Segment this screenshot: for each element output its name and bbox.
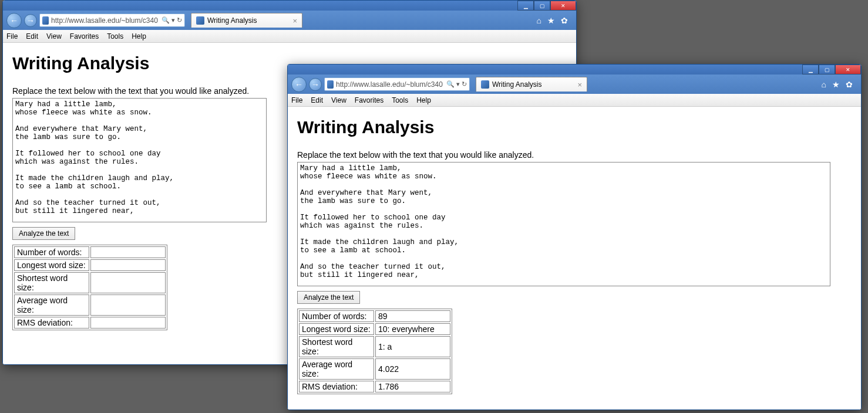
- menu-tools[interactable]: Tools: [107, 32, 123, 40]
- analyze-button[interactable]: Analyze the text: [297, 291, 360, 304]
- menu-file[interactable]: File: [6, 32, 18, 40]
- maximize-button[interactable]: ▢: [534, 1, 550, 11]
- settings-icon[interactable]: ✿: [561, 16, 568, 25]
- nav-toolbar: ← → 🔍 ▾ ↻ Writing Analysis × ⌂ ★ ✿: [288, 75, 861, 94]
- row-label: Longest word size:: [299, 323, 374, 335]
- row-value: 1: a: [375, 336, 450, 357]
- page-title: Writing Analysis: [297, 117, 852, 137]
- tab-title: Writing Analysis: [492, 80, 574, 89]
- row-label: RMS deviation:: [299, 381, 374, 392]
- table-row: Number of words:89: [299, 310, 450, 322]
- back-button[interactable]: ←: [291, 77, 307, 92]
- search-icon[interactable]: 🔍: [446, 80, 455, 88]
- favorites-icon[interactable]: ★: [547, 16, 555, 25]
- tab-favicon-icon: [196, 16, 204, 25]
- menu-bar: File Edit View Favorites Tools Help: [288, 94, 861, 107]
- forward-button[interactable]: →: [309, 78, 322, 91]
- row-label: Average word size:: [14, 294, 89, 316]
- row-value: 89: [375, 310, 450, 322]
- forward-button[interactable]: →: [24, 14, 37, 27]
- menu-file[interactable]: File: [291, 96, 302, 104]
- analysis-textarea[interactable]: [297, 162, 830, 286]
- analysis-textarea[interactable]: [12, 98, 267, 222]
- row-value: 4.022: [375, 358, 450, 380]
- menu-favorites[interactable]: Favorites: [355, 96, 383, 104]
- row-value: [90, 294, 166, 316]
- row-label: RMS deviation:: [14, 317, 89, 329]
- row-label: Shortest word size:: [14, 272, 89, 293]
- home-icon[interactable]: ⌂: [822, 80, 826, 89]
- row-value: [90, 272, 166, 293]
- table-row: Longest word size:10: everywhere: [299, 323, 450, 335]
- dropdown-icon[interactable]: ▾: [171, 16, 175, 24]
- row-value: 10: everywhere: [375, 323, 450, 335]
- address-bar[interactable]: 🔍 ▾ ↻: [39, 13, 185, 27]
- close-button[interactable]: ✕: [550, 1, 576, 11]
- tab-title: Writing Analysis: [207, 16, 290, 25]
- row-value: 1.786: [375, 381, 450, 392]
- refresh-icon[interactable]: ↻: [177, 16, 182, 24]
- refresh-icon[interactable]: ↻: [462, 80, 467, 88]
- browser-tab[interactable]: Writing Analysis ×: [191, 13, 302, 28]
- results-table: Number of words: Longest word size: Shor…: [12, 245, 167, 330]
- menu-favorites[interactable]: Favorites: [70, 32, 99, 40]
- table-row: Longest word size:: [14, 259, 166, 271]
- row-label: Number of words:: [299, 310, 374, 322]
- table-row: Number of words:: [14, 246, 166, 258]
- back-button[interactable]: ←: [6, 13, 22, 28]
- table-row: Average word size:4.022: [299, 358, 450, 380]
- maximize-button[interactable]: ▢: [819, 65, 835, 75]
- menu-edit[interactable]: Edit: [311, 96, 323, 104]
- menu-help[interactable]: Help: [132, 32, 146, 40]
- table-row: RMS deviation:: [14, 317, 166, 329]
- dropdown-icon[interactable]: ▾: [456, 80, 460, 88]
- browser-tab[interactable]: Writing Analysis ×: [476, 77, 587, 92]
- favorites-icon[interactable]: ★: [832, 80, 840, 89]
- menu-help[interactable]: Help: [416, 96, 431, 104]
- row-label: Shortest word size:: [299, 336, 374, 357]
- table-row: Shortest word size:1: a: [299, 336, 450, 357]
- titlebar[interactable]: ▁ ▢ ✕: [288, 65, 861, 75]
- minimize-button[interactable]: ▁: [517, 1, 534, 11]
- url-input[interactable]: [51, 16, 162, 25]
- titlebar[interactable]: ▁ ▢ ✕: [3, 1, 576, 11]
- tab-favicon-icon: [481, 80, 489, 89]
- close-tab-icon[interactable]: ×: [292, 16, 297, 25]
- table-row: RMS deviation:1.786: [299, 381, 450, 392]
- table-row: Average word size:: [14, 294, 166, 316]
- instruction-text: Replace the text below with the text tha…: [297, 150, 852, 160]
- browser-window-after: ▁ ▢ ✕ ← → 🔍 ▾ ↻ Writing Analysis × ⌂ ★: [287, 64, 862, 410]
- site-favicon-icon: [42, 16, 49, 25]
- row-value: [90, 259, 166, 271]
- menu-edit[interactable]: Edit: [26, 32, 38, 40]
- minimize-button[interactable]: ▁: [802, 65, 819, 75]
- menu-tools[interactable]: Tools: [392, 96, 408, 104]
- nav-toolbar: ← → 🔍 ▾ ↻ Writing Analysis × ⌂ ★ ✿: [3, 11, 576, 30]
- close-button[interactable]: ✕: [835, 65, 861, 75]
- close-tab-icon[interactable]: ×: [577, 80, 582, 89]
- row-label: Longest word size:: [14, 259, 89, 271]
- row-label: Average word size:: [299, 358, 374, 380]
- home-icon[interactable]: ⌂: [537, 16, 541, 25]
- search-icon[interactable]: 🔍: [162, 16, 170, 24]
- table-row: Shortest word size:: [14, 272, 166, 293]
- page-content: Writing Analysis Replace the text below …: [288, 107, 861, 410]
- menu-view[interactable]: View: [46, 32, 62, 40]
- settings-icon[interactable]: ✿: [846, 80, 853, 89]
- site-favicon-icon: [327, 80, 334, 89]
- results-table: Number of words:89 Longest word size:10:…: [297, 309, 452, 394]
- address-bar[interactable]: 🔍 ▾ ↻: [324, 77, 470, 91]
- url-input[interactable]: [336, 80, 446, 89]
- row-value: [90, 317, 166, 329]
- menu-bar: File Edit View Favorites Tools Help: [3, 30, 576, 43]
- menu-view[interactable]: View: [331, 96, 346, 104]
- row-label: Number of words:: [14, 246, 89, 258]
- analyze-button[interactable]: Analyze the text: [12, 227, 75, 240]
- row-value: [90, 246, 166, 258]
